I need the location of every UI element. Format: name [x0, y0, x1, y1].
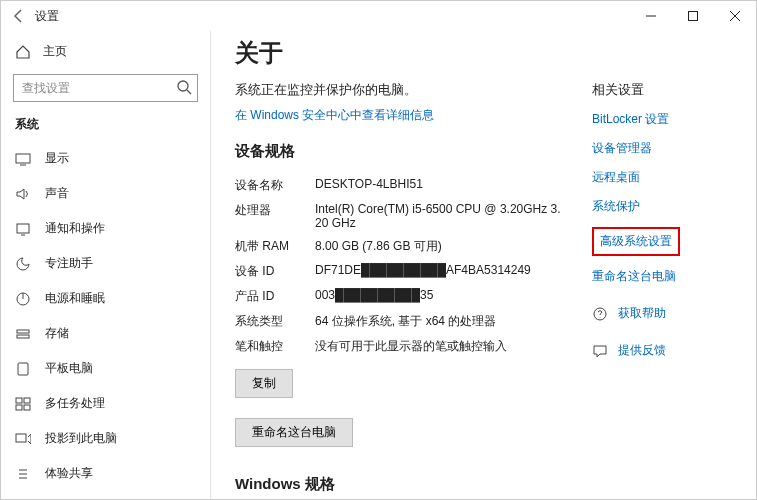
category-label: 系统	[1, 112, 210, 141]
svg-rect-0	[689, 12, 698, 21]
related-heading: 相关设置	[592, 81, 732, 99]
security-center-link[interactable]: 在 Windows 安全中心中查看详细信息	[235, 107, 562, 124]
power-icon	[15, 291, 31, 307]
sidebar-item-tablet[interactable]: 平板电脑	[1, 351, 210, 386]
spec-label: 设备 ID	[235, 263, 315, 280]
sidebar-item-label: 多任务处理	[45, 395, 105, 412]
svg-rect-7	[18, 363, 28, 375]
spec-row: 设备 IDDF71DE██████████AF4BA5314249	[235, 259, 562, 284]
search-icon	[176, 79, 192, 95]
project-icon	[15, 431, 31, 447]
sidebar-item-multitask[interactable]: 多任务处理	[1, 386, 210, 421]
help-icon	[592, 306, 608, 322]
spec-label: 设备名称	[235, 177, 315, 194]
back-arrow-icon[interactable]	[11, 8, 27, 24]
sidebar-item-power[interactable]: 电源和睡眠	[1, 281, 210, 316]
page-title: 关于	[235, 37, 562, 69]
link-remote-desktop[interactable]: 远程桌面	[592, 169, 732, 186]
svg-rect-2	[16, 154, 30, 163]
sidebar-item-label: 投影到此电脑	[45, 430, 117, 447]
spec-row: 产品 ID003██████████35	[235, 284, 562, 309]
get-help-label: 获取帮助	[618, 305, 666, 322]
spec-row: 笔和触控没有可用于此显示器的笔或触控输入	[235, 334, 562, 359]
spec-value: 64 位操作系统, 基于 x64 的处理器	[315, 313, 562, 330]
sidebar-item-label: 体验共享	[45, 465, 93, 482]
svg-rect-12	[16, 434, 26, 442]
svg-point-1	[178, 81, 188, 91]
spec-label: 处理器	[235, 202, 315, 230]
search-input[interactable]	[13, 74, 198, 102]
copy-button[interactable]: 复制	[235, 369, 293, 398]
window-controls	[630, 1, 756, 31]
spec-value: DESKTOP-4LBHI51	[315, 177, 562, 194]
sidebar-item-label: 声音	[45, 185, 69, 202]
svg-rect-10	[16, 405, 22, 410]
minimize-button[interactable]	[630, 1, 672, 31]
spec-row: 处理器Intel(R) Core(TM) i5-6500 CPU @ 3.20G…	[235, 198, 562, 234]
rename-pc-button[interactable]: 重命名这台电脑	[235, 418, 353, 447]
sidebar-item-label: 电源和睡眠	[45, 290, 105, 307]
related-panel: 相关设置 BitLocker 设置 设备管理器 远程桌面 系统保护 高级系统设置…	[592, 37, 732, 499]
link-rename-pc[interactable]: 重命名这台电脑	[592, 268, 732, 285]
sidebar-item-label: 存储	[45, 325, 69, 342]
spec-value: 003██████████35	[315, 288, 562, 305]
svg-rect-8	[16, 398, 22, 403]
maximize-button[interactable]	[672, 1, 714, 31]
spec-row: 机带 RAM8.00 GB (7.86 GB 可用)	[235, 234, 562, 259]
spec-label: 笔和触控	[235, 338, 315, 355]
svg-rect-11	[24, 405, 30, 410]
feedback-link[interactable]: 提供反馈	[592, 342, 732, 359]
sidebar-item-sound[interactable]: 声音	[1, 176, 210, 211]
shared-icon	[15, 466, 31, 482]
spec-label: 产品 ID	[235, 288, 315, 305]
storage-icon	[15, 326, 31, 342]
svg-rect-6	[17, 335, 29, 338]
spec-value: 没有可用于此显示器的笔或触控输入	[315, 338, 562, 355]
sidebar: 主页 系统 显示 声音 通知和操作 专注助手 电源和睡眠 存储 平板电脑 多任务…	[1, 31, 211, 499]
link-system-protection[interactable]: 系统保护	[592, 198, 732, 215]
device-spec-heading: 设备规格	[235, 142, 562, 161]
svg-rect-3	[17, 224, 29, 233]
app-title: 设置	[35, 8, 59, 25]
svg-rect-5	[17, 330, 29, 333]
spec-value: 8.00 GB (7.86 GB 可用)	[315, 238, 562, 255]
sidebar-item-clipboard[interactable]: 剪贴板	[1, 491, 210, 499]
display-icon	[15, 151, 31, 167]
spec-label: 机带 RAM	[235, 238, 315, 255]
sidebar-item-label: 通知和操作	[45, 220, 105, 237]
sidebar-item-storage[interactable]: 存储	[1, 316, 210, 351]
close-button[interactable]	[714, 1, 756, 31]
sidebar-item-focus[interactable]: 专注助手	[1, 246, 210, 281]
sidebar-item-display[interactable]: 显示	[1, 141, 210, 176]
link-advanced-system-settings[interactable]: 高级系统设置	[592, 227, 680, 256]
multitask-icon	[15, 396, 31, 412]
sidebar-item-label: 专注助手	[45, 255, 93, 272]
feedback-label: 提供反馈	[618, 342, 666, 359]
spec-label: 系统类型	[235, 313, 315, 330]
link-device-manager[interactable]: 设备管理器	[592, 140, 732, 157]
nav-list: 显示 声音 通知和操作 专注助手 电源和睡眠 存储 平板电脑 多任务处理 投影到…	[1, 141, 210, 499]
spec-value: DF71DE██████████AF4BA5314249	[315, 263, 562, 280]
protection-status: 系统正在监控并保护你的电脑。	[235, 81, 562, 99]
sound-icon	[15, 186, 31, 202]
sidebar-item-project[interactable]: 投影到此电脑	[1, 421, 210, 456]
home-label: 主页	[43, 43, 67, 60]
spec-row: 系统类型64 位操作系统, 基于 x64 的处理器	[235, 309, 562, 334]
sidebar-item-label: 显示	[45, 150, 69, 167]
sidebar-item-shared[interactable]: 体验共享	[1, 456, 210, 491]
home-nav[interactable]: 主页	[1, 35, 210, 68]
sidebar-item-notifications[interactable]: 通知和操作	[1, 211, 210, 246]
get-help-link[interactable]: 获取帮助	[592, 305, 732, 322]
home-icon	[15, 44, 31, 60]
sidebar-item-label: 平板电脑	[45, 360, 93, 377]
spec-value: Intel(R) Core(TM) i5-6500 CPU @ 3.20GHz …	[315, 202, 562, 230]
main-content: 关于 系统正在监控并保护你的电脑。 在 Windows 安全中心中查看详细信息 …	[211, 31, 756, 499]
windows-spec-heading: Windows 规格	[235, 475, 562, 494]
tablet-icon	[15, 361, 31, 377]
spec-row: 设备名称DESKTOP-4LBHI51	[235, 173, 562, 198]
feedback-icon	[592, 343, 608, 359]
notification-icon	[15, 221, 31, 237]
focus-icon	[15, 256, 31, 272]
titlebar: 设置	[1, 1, 756, 31]
link-bitlocker[interactable]: BitLocker 设置	[592, 111, 732, 128]
